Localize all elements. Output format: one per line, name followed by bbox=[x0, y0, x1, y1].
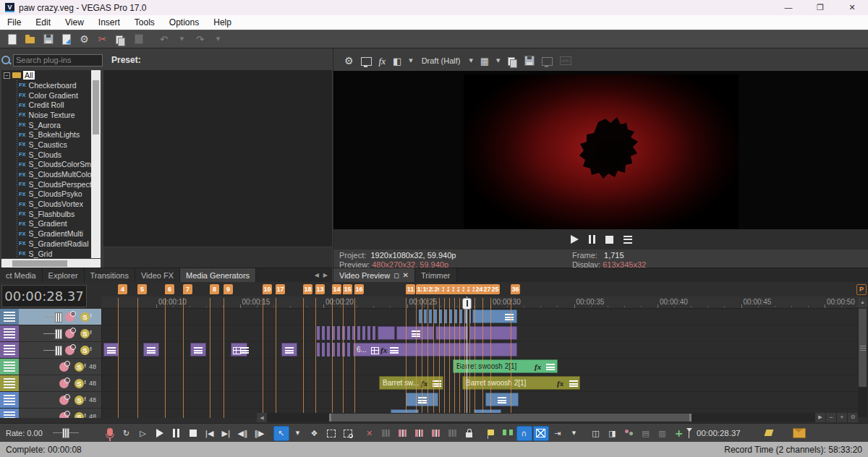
plugin-item-checkerboard[interactable]: FXCheckerboard bbox=[1, 80, 91, 90]
track-composite-slider[interactable] bbox=[43, 350, 59, 351]
menu-edit[interactable]: Edit bbox=[28, 17, 58, 27]
timeline-marker-9[interactable]: 9 bbox=[224, 284, 233, 294]
zoom-edit-tool-button[interactable] bbox=[340, 426, 356, 441]
track-solo-button[interactable]: S bbox=[75, 379, 84, 388]
track-composite-slider[interactable] bbox=[43, 333, 59, 334]
event-fx-icon[interactable]: fx bbox=[380, 347, 387, 354]
timeline-hscroll-thumb[interactable] bbox=[329, 414, 692, 422]
timeline-marker-11[interactable]: 11 bbox=[406, 284, 415, 294]
clip[interactable] bbox=[378, 326, 395, 340]
plugin-item-credit-roll[interactable]: FXCredit Roll bbox=[1, 100, 91, 110]
minimize-button[interactable]: — bbox=[773, 0, 804, 15]
tree-hscroll-thumb[interactable] bbox=[12, 260, 67, 267]
timeline-marker-13[interactable]: 13 bbox=[315, 284, 325, 294]
track-mute-button[interactable] bbox=[65, 329, 75, 338]
menu-options[interactable]: Options bbox=[162, 17, 206, 27]
timeline-vscroll-thumb[interactable] bbox=[859, 309, 867, 387]
timeline-marker-17[interactable]: 17 bbox=[276, 284, 285, 294]
track-grip[interactable] bbox=[0, 375, 19, 391]
grid-overlay-button[interactable]: ▦ bbox=[477, 53, 493, 69]
clip[interactable] bbox=[419, 309, 471, 323]
play-from-start-button[interactable]: ▷ bbox=[135, 426, 151, 441]
timeline-p-button[interactable]: P bbox=[856, 284, 867, 295]
track-mute-button[interactable] bbox=[59, 362, 69, 372]
plugin-item-s-cloudsperspectiv[interactable]: FXS_CloudsPerspectiv bbox=[1, 179, 91, 189]
zoom-tool-button[interactable]: ⊙ bbox=[848, 413, 858, 422]
open-project-button[interactable] bbox=[21, 31, 39, 47]
timeline-marker-8[interactable]: 8 bbox=[210, 284, 219, 294]
render-as-button[interactable] bbox=[57, 31, 75, 47]
timeline-horizontal-scrollbar[interactable]: ◀ ▶ − + ⊙ bbox=[257, 413, 858, 422]
normal-edit-tool-button[interactable]: ↖ bbox=[273, 426, 289, 441]
menu-help[interactable]: Help bbox=[206, 17, 239, 27]
clip[interactable]: Barret swoosh 2[1]fx bbox=[462, 376, 580, 390]
plugin-item-color-gradient[interactable]: FXColor Gradient bbox=[1, 90, 91, 101]
insert-marker-button[interactable] bbox=[483, 426, 499, 441]
clip[interactable] bbox=[190, 343, 206, 356]
envelope-edit-tool-button[interactable]: ❖ bbox=[307, 426, 323, 441]
save-project-button[interactable] bbox=[39, 31, 57, 47]
plugin-item-s-gradientmulti[interactable]: FXS_GradientMulti bbox=[1, 228, 91, 239]
clip-hamburger-icon[interactable] bbox=[107, 347, 116, 354]
copy-button[interactable] bbox=[111, 31, 129, 47]
playhead-cursor[interactable] bbox=[462, 298, 472, 309]
timeline-marker-10[interactable]: 10 bbox=[263, 284, 272, 294]
clip[interactable] bbox=[103, 343, 119, 356]
loop-playback-button[interactable]: ↻ bbox=[119, 426, 135, 441]
plugin-item-s-gradientradial[interactable]: FXS_GradientRadial bbox=[1, 239, 91, 249]
timeline-marker-25[interactable]: 25 bbox=[490, 284, 500, 294]
clip[interactable] bbox=[143, 343, 159, 356]
selection-edit-tool-button[interactable] bbox=[323, 426, 339, 441]
restore-button[interactable]: ❐ bbox=[804, 0, 836, 15]
track-grip[interactable] bbox=[0, 409, 19, 418]
track-mute-button[interactable] bbox=[65, 312, 75, 322]
split-screen-dropdown[interactable]: ▼ bbox=[405, 53, 416, 69]
split-screen-button[interactable]: ◧ bbox=[389, 53, 405, 69]
track-content-3[interactable]: 6...fx bbox=[101, 342, 859, 359]
clip[interactable] bbox=[317, 343, 352, 356]
timeline-marker-36[interactable]: 36 bbox=[511, 284, 520, 294]
plugin-item-s-cloudsvortex[interactable]: FXS_CloudsVortex bbox=[1, 199, 91, 209]
tab-media-generators[interactable]: Media Generators bbox=[180, 268, 256, 282]
new-project-button[interactable] bbox=[3, 31, 21, 47]
track-header-5[interactable]: S48 bbox=[0, 375, 101, 392]
track-solo-button[interactable]: S bbox=[80, 312, 90, 322]
timeline-marker-16[interactable]: 16 bbox=[354, 284, 364, 294]
pause-button[interactable] bbox=[169, 426, 184, 441]
play-button[interactable] bbox=[152, 426, 168, 441]
cut-button[interactable]: ✂ bbox=[93, 31, 111, 47]
clip[interactable]: Barret swoosh 2[1]fx bbox=[453, 359, 558, 373]
track-content-5[interactable]: Barret sw...fxBarret swoosh 2[1]fx bbox=[101, 375, 859, 392]
clip-hamburger-icon[interactable] bbox=[569, 380, 578, 387]
track-grip[interactable] bbox=[0, 359, 19, 375]
record-button[interactable] bbox=[102, 426, 118, 441]
track-grip[interactable] bbox=[0, 342, 19, 358]
track-mute-button[interactable] bbox=[59, 396, 69, 405]
tab-video-fx[interactable]: Video FX bbox=[135, 268, 180, 282]
trim-end-button[interactable] bbox=[412, 426, 427, 441]
track-content-2[interactable] bbox=[101, 325, 859, 342]
track-solo-button[interactable]: S bbox=[80, 329, 90, 338]
clip[interactable] bbox=[231, 343, 247, 356]
close-button[interactable]: ✕ bbox=[836, 0, 868, 15]
add-track-button[interactable]: + bbox=[671, 426, 687, 441]
track-header-3[interactable]: S bbox=[0, 342, 101, 359]
event-pan-crop-icon[interactable] bbox=[371, 347, 379, 354]
trim-start-button[interactable] bbox=[395, 426, 411, 441]
track-content-6[interactable] bbox=[101, 392, 859, 409]
insert-region-button[interactable] bbox=[500, 426, 516, 441]
clip-hamburger-icon[interactable] bbox=[285, 347, 294, 354]
plugin-item-s-cloudscolorsmo[interactable]: FXS_CloudsColorSmo bbox=[1, 160, 91, 170]
ignore-event-grouping-button[interactable]: ◫ bbox=[588, 426, 604, 441]
clip[interactable] bbox=[317, 326, 376, 340]
track-content-4[interactable]: Barret swoosh 2[1]fx bbox=[101, 359, 859, 375]
track-motion-button[interactable]: ◨ bbox=[605, 426, 621, 441]
track-header-6[interactable]: S48 bbox=[0, 392, 101, 409]
zoom-in-button[interactable]: + bbox=[837, 413, 847, 422]
scroll-left-button[interactable]: ◀ bbox=[257, 413, 267, 422]
plugin-item-s-bokehlights[interactable]: FXS_BokehLights bbox=[1, 129, 91, 140]
tab-ct-media[interactable]: ct Media bbox=[0, 268, 43, 282]
preview-play-button[interactable] bbox=[571, 235, 579, 244]
preview-quality-select[interactable]: Draft (Half) bbox=[417, 53, 466, 69]
tab-trimmer[interactable]: Trimmer bbox=[415, 268, 457, 282]
